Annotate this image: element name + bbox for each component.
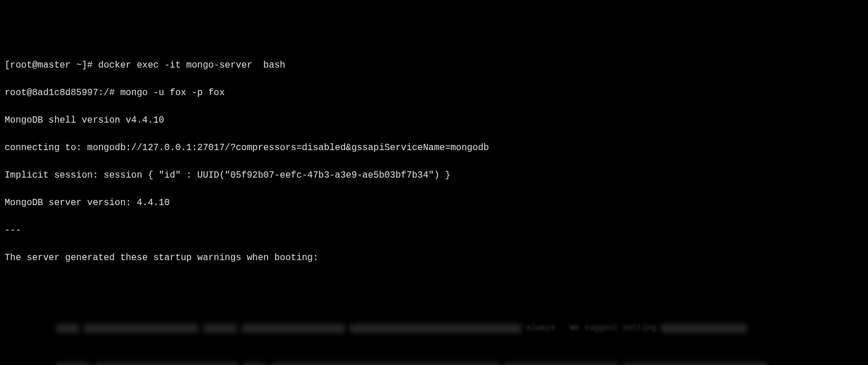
shell-prompt: [root@master ~]# (5, 60, 98, 70)
redacted-warnings: always We suggest setting (5, 295, 863, 365)
terminal-line[interactable]: root@8ad1c8d85997:/# mongo -u fox -p fox (5, 86, 863, 100)
output-line: MongoDB shell version v4.4.10 (5, 113, 863, 127)
output-line: MongoDB server version: 4.4.10 (5, 196, 863, 210)
separator-line: --- (5, 223, 863, 237)
shell-prompt: root@8ad1c8d85997:/# (5, 88, 120, 98)
command-text: docker exec -it mongo-server bash (98, 60, 285, 70)
output-line: The server generated these startup warni… (5, 251, 863, 265)
output-line: Implicit session: session { "id" : UUID(… (5, 168, 863, 182)
output-line: connecting to: mongodb://127.0.0.1:27017… (5, 141, 863, 155)
redacted-hint: always We suggest setting (526, 322, 656, 334)
command-text: mongo -u fox -p fox (120, 88, 225, 98)
terminal-line[interactable]: [root@master ~]# docker exec -it mongo-s… (5, 58, 863, 72)
